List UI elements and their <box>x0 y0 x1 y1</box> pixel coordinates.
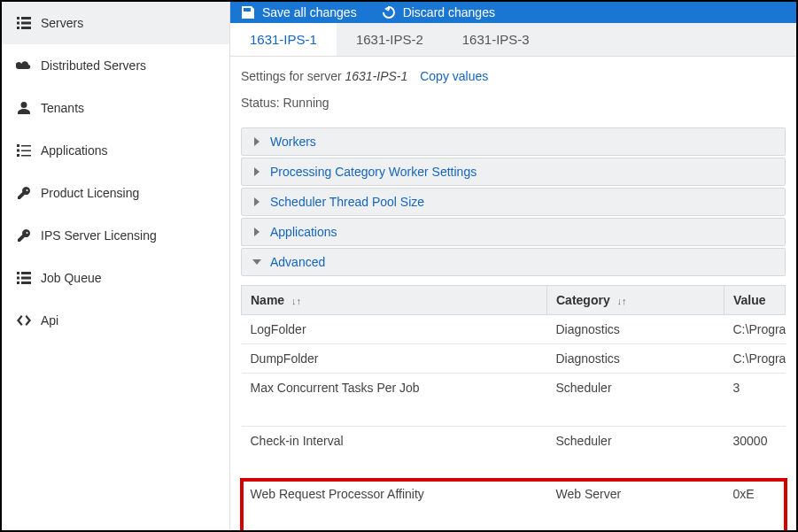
settings-for-server-line: Settings for server 1631-IPS-1 Copy valu… <box>241 69 786 83</box>
cell-category: Diagnostics <box>547 344 724 374</box>
toolbar: Save all changes Discard changes <box>230 2 796 23</box>
tab-label: 1631-IPS-3 <box>462 32 530 47</box>
key-icon <box>16 186 32 200</box>
chevron-right-icon <box>252 167 263 176</box>
save-icon <box>241 5 255 19</box>
content: Settings for server 1631-IPS-1 Copy valu… <box>230 57 796 530</box>
tab-label: 1631-IPS-1 <box>250 32 317 47</box>
server-tabs: 1631-IPS-1 1631-IPS-2 1631-IPS-3 <box>230 23 796 57</box>
tab-server-2[interactable]: 1631-IPS-2 <box>337 23 443 56</box>
sidebar-item-api[interactable]: Api <box>2 299 229 342</box>
sidebar-item-label: IPS Server Licensing <box>41 228 157 243</box>
col-header-category[interactable]: Category ↓↑ <box>547 286 724 315</box>
status-label: Status: <box>241 96 283 110</box>
table-row[interactable]: Max Concurrent Tasks Per Job Scheduler 3 <box>242 374 786 427</box>
refresh-icon <box>382 5 396 19</box>
accordion-label: Advanced <box>270 255 325 269</box>
copy-values-link[interactable]: Copy values <box>420 69 488 83</box>
cell-name: Web Request Processor Affinity <box>242 480 547 531</box>
cell-category: Diagnostics <box>547 315 724 344</box>
header-text: Category <box>556 293 610 307</box>
sidebar-item-label: Product Licensing <box>41 186 139 200</box>
save-all-button[interactable]: Save all changes <box>241 5 357 19</box>
sidebar-item-label: Applications <box>41 143 108 158</box>
sidebar-item-servers[interactable]: Servers <box>2 2 229 44</box>
cell-name: DumpFolder <box>242 344 547 374</box>
table-row[interactable]: DumpFolder Diagnostics C:\ProgramDa <box>242 344 786 374</box>
cloud-icon <box>16 59 32 72</box>
cell-name: Max Concurrent Tasks Per Job <box>242 374 547 427</box>
cell-value: C:\ProgramDa <box>724 315 786 344</box>
person-icon <box>16 102 32 114</box>
tab-label: 1631-IPS-2 <box>356 32 423 47</box>
sidebar-item-label: Api <box>41 313 58 328</box>
col-header-value[interactable]: Value <box>724 286 786 315</box>
accordion-advanced[interactable]: Advanced <box>241 248 786 276</box>
tab-server-3[interactable]: 1631-IPS-3 <box>443 23 549 56</box>
tab-server-1[interactable]: 1631-IPS-1 <box>230 23 337 56</box>
sidebar-item-distributed-servers[interactable]: Distributed Servers <box>2 44 229 87</box>
cell-value: 3 <box>724 374 786 427</box>
sidebar-item-label: Servers <box>41 16 83 30</box>
chevron-right-icon <box>252 227 263 236</box>
sidebar-item-ips-server-licensing[interactable]: IPS Server Licensing <box>2 214 229 257</box>
col-header-name[interactable]: Name ↓↑ <box>242 286 547 315</box>
list-icon <box>16 17 32 29</box>
accordion-label: Workers <box>270 135 316 149</box>
cell-category: Scheduler <box>547 427 724 480</box>
cell-value: 30000 <box>724 427 786 480</box>
accordion-label: Processing Category Worker Settings <box>270 165 476 179</box>
key-icon <box>16 228 32 243</box>
cell-name: LogFolder <box>242 315 547 344</box>
header-text: Value <box>733 293 766 307</box>
discard-changes-button[interactable]: Discard changes <box>382 5 495 19</box>
list-alt-icon <box>16 144 32 157</box>
sidebar-item-product-licensing[interactable]: Product Licensing <box>2 172 229 214</box>
table-row-highlighted[interactable]: Web Request Processor Affinity Web Serve… <box>242 480 786 531</box>
sidebar-item-label: Distributed Servers <box>41 58 146 73</box>
sidebar-item-label: Job Queue <box>41 271 102 285</box>
table-row[interactable]: LogFolder Diagnostics C:\ProgramDa <box>242 315 786 344</box>
cell-category: Scheduler <box>547 374 724 427</box>
cell-name: Check-in Interval <box>242 427 547 480</box>
list-icon <box>16 272 32 284</box>
discard-label: Discard changes <box>403 5 495 19</box>
cell-category: Web Server <box>547 480 724 531</box>
sidebar-item-job-queue[interactable]: Job Queue <box>2 257 229 299</box>
sort-icon: ↓↑ <box>617 296 627 306</box>
cell-value: C:\ProgramDa <box>724 344 786 374</box>
status-value: Running <box>283 96 329 110</box>
sort-icon: ↓↑ <box>291 296 301 306</box>
save-label: Save all changes <box>262 5 357 19</box>
accordion-scheduler-thread-pool[interactable]: Scheduler Thread Pool Size <box>241 188 786 216</box>
chevron-down-icon <box>252 258 263 266</box>
accordion-label: Scheduler Thread Pool Size <box>270 195 424 209</box>
accordion-applications[interactable]: Applications <box>241 218 786 246</box>
accordion-workers[interactable]: Workers <box>241 127 786 156</box>
settings-prefix: Settings for server <box>241 69 345 83</box>
advanced-table: Name ↓↑ Category ↓↑ Value <box>241 285 786 530</box>
settings-server-name: 1631-IPS-1 <box>345 69 408 83</box>
code-icon <box>16 315 32 326</box>
sidebar-item-tenants[interactable]: Tenants <box>2 87 229 129</box>
chevron-right-icon <box>252 197 263 206</box>
main: Save all changes Discard changes 1631-IP… <box>230 2 796 530</box>
chevron-right-icon <box>252 137 263 146</box>
cell-value: 0xE <box>724 480 786 531</box>
accordion-label: Applications <box>270 225 337 239</box>
sidebar-item-label: Tenants <box>41 101 84 115</box>
sidebar: Servers Distributed Servers Tenants Appl… <box>2 2 230 530</box>
table-row[interactable]: Check-in Interval Scheduler 30000 <box>242 427 786 480</box>
sidebar-item-applications[interactable]: Applications <box>2 129 229 172</box>
accordion-processing-category[interactable]: Processing Category Worker Settings <box>241 158 786 186</box>
status-line: Status: Running <box>241 96 786 110</box>
header-text: Name <box>251 293 284 307</box>
